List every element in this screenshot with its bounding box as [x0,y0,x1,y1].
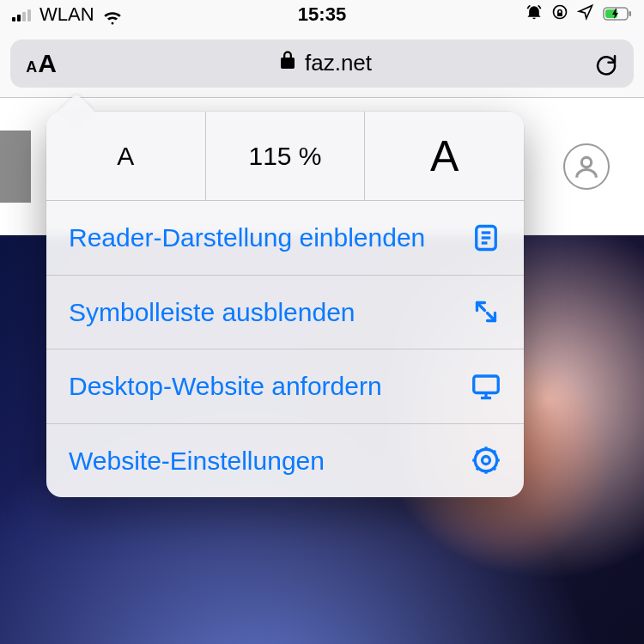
svg-line-20 [494,468,496,471]
menu-item-website-settings[interactable]: Website-Einstellungen [46,424,524,498]
svg-point-14 [483,457,490,465]
alarm-icon [526,3,543,26]
browser-toolbar: AA faz.net [0,29,644,98]
menu-item-label: Website-Einstellungen [69,445,325,477]
domain-text: faz.net [305,50,372,76]
location-icon [577,3,594,26]
font-size-row: A 115 % A [46,112,524,201]
cellular-signal-icon [12,8,31,21]
text-size-large-icon: A [38,49,57,78]
wifi-icon [103,8,122,21]
svg-rect-4 [629,11,632,16]
url-display[interactable]: faz.net [72,50,579,76]
svg-rect-10 [474,376,499,393]
status-left: WLAN [12,3,122,26]
menu-item-request-desktop[interactable]: Desktop-Website anfordern [46,349,524,424]
svg-point-5 [581,157,591,167]
lock-icon [279,50,296,76]
status-right [526,3,632,26]
gear-icon [471,445,501,476]
account-button[interactable] [563,143,610,190]
status-bar: WLAN 15:35 [0,0,644,29]
page-format-button[interactable]: AA [10,49,72,78]
expand-arrows-icon [471,296,501,327]
carrier-label: WLAN [39,3,94,26]
svg-line-21 [477,468,479,471]
svg-point-0 [554,6,567,19]
clock: 15:35 [298,3,346,26]
svg-line-19 [477,451,479,453]
site-logo-fragment [0,131,31,203]
increase-text-button[interactable]: A [365,112,524,200]
reader-icon [471,222,501,253]
address-bar[interactable]: AA faz.net [10,39,634,88]
page-format-popover: A 115 % A Reader-Darstellung einblenden … [46,112,524,497]
reload-button[interactable] [579,51,634,76]
desktop-icon [471,371,501,402]
battery-icon [603,3,632,26]
menu-item-label: Reader-Darstellung einblenden [69,222,425,254]
svg-rect-1 [557,13,562,16]
text-size-percent: 115 % [206,112,366,200]
menu-item-label: Desktop-Website anfordern [69,370,382,403]
decrease-text-button[interactable]: A [46,112,206,200]
text-size-small-icon: A [26,58,37,76]
orientation-lock-icon [551,3,568,26]
menu-item-hide-toolbar[interactable]: Symbolleiste ausblenden [46,276,524,350]
menu-item-label: Symbolleiste ausblenden [69,296,355,329]
svg-line-22 [494,451,496,453]
menu-item-reader-view[interactable]: Reader-Darstellung einblenden [46,201,524,276]
